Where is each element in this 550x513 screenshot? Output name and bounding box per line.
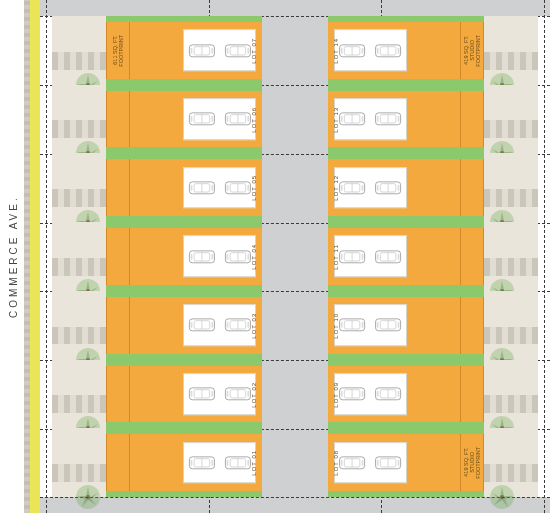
walkway xyxy=(52,189,106,207)
building-footprint: LOT 13 xyxy=(328,91,484,148)
car-icon xyxy=(187,379,217,408)
car-icon xyxy=(374,379,404,408)
driveway xyxy=(183,98,256,140)
accent-band xyxy=(30,0,40,513)
building-footprint: LOT 06 xyxy=(106,91,262,148)
footprint-label xyxy=(463,95,481,144)
walkway xyxy=(484,258,538,276)
walkway xyxy=(52,52,106,70)
building-footprint: 611 SQ. FT. FOOTPRINTLOT 07 xyxy=(106,22,262,79)
driveway xyxy=(183,442,256,484)
grid-line-h xyxy=(40,497,550,498)
car-icon xyxy=(374,173,404,202)
site-plan: COMMERCE AVE. NG OM 611 SQ. FT. FOOTPRIN… xyxy=(0,0,550,513)
plan-area: 611 SQ. FT. FOOTPRINTLOT 07LOT 06LOT 05L… xyxy=(40,0,550,513)
lot-label: LOT 05 xyxy=(248,163,260,212)
driveway xyxy=(183,373,256,415)
driveway xyxy=(183,304,256,346)
driveway xyxy=(334,373,407,415)
footprint-label xyxy=(463,232,481,281)
lot: 419 SQ. FT. STUDIO FOOTPRINTLOT 14 xyxy=(328,16,538,85)
building-footprint: LOT 02 xyxy=(106,366,262,423)
lot: LOT 04 xyxy=(52,222,262,291)
lot: LOT 12 xyxy=(328,153,538,222)
building-footprint: LOT 11 xyxy=(328,228,484,285)
walkway xyxy=(52,327,106,345)
lot: LOT 03 xyxy=(52,291,262,360)
road-center xyxy=(262,0,328,513)
footprint-label xyxy=(109,370,127,419)
car-icon xyxy=(338,448,368,477)
lot-label: LOT 03 xyxy=(248,301,260,350)
driveway xyxy=(334,304,407,346)
driveway xyxy=(334,442,407,484)
building-footprint: 419 SQ. FT. STUDIO FOOTPRINTLOT 08 xyxy=(328,434,484,491)
car-icon xyxy=(187,104,217,133)
building-footprint: LOT 05 xyxy=(106,159,262,216)
building-footprint: LOT 12 xyxy=(328,159,484,216)
driveway xyxy=(334,30,407,72)
walkway xyxy=(52,395,106,413)
lot-label: LOT 14 xyxy=(330,26,342,75)
car-icon xyxy=(374,311,404,340)
walkway xyxy=(484,120,538,138)
lot: LOT 01 xyxy=(52,428,262,497)
building-footprint: LOT 01 xyxy=(106,434,262,491)
tree-icon xyxy=(488,483,516,511)
footprint-label xyxy=(109,163,127,212)
car-icon xyxy=(187,36,217,65)
lot: LOT 09 xyxy=(328,360,538,429)
lot-label: LOT 13 xyxy=(330,95,342,144)
car-icon xyxy=(374,104,404,133)
driveway xyxy=(334,98,407,140)
lot: LOT 10 xyxy=(328,291,538,360)
building-footprint: LOT 09 xyxy=(328,366,484,423)
grid-line-v xyxy=(46,0,47,513)
car-icon xyxy=(338,311,368,340)
walkway xyxy=(52,120,106,138)
lot-label: LOT 06 xyxy=(248,95,260,144)
footprint-label xyxy=(109,438,127,487)
footprint-label xyxy=(463,370,481,419)
footprint-label: 611 SQ. FT. FOOTPRINT xyxy=(109,26,127,75)
driveway xyxy=(334,236,407,278)
lot: LOT 05 xyxy=(52,153,262,222)
block-east: 419 SQ. FT. STUDIO FOOTPRINTLOT 14LOT 13… xyxy=(328,16,538,497)
car-icon xyxy=(338,242,368,271)
car-icon xyxy=(187,311,217,340)
lot: LOT 06 xyxy=(52,85,262,154)
building-footprint: LOT 03 xyxy=(106,297,262,354)
walkway xyxy=(484,464,538,482)
car-icon xyxy=(338,104,368,133)
walkway xyxy=(52,258,106,276)
driveway xyxy=(183,236,256,278)
lot-label: LOT 07 xyxy=(248,26,260,75)
lot-label: LOT 04 xyxy=(248,232,260,281)
block-west: 611 SQ. FT. FOOTPRINTLOT 07LOT 06LOT 05L… xyxy=(52,16,262,497)
car-icon xyxy=(374,448,404,477)
building-footprint: 419 SQ. FT. STUDIO FOOTPRINTLOT 14 xyxy=(328,22,484,79)
car-icon xyxy=(187,242,217,271)
driveway xyxy=(334,167,407,209)
lot-label: LOT 09 xyxy=(330,370,342,419)
street-name: COMMERCE AVE. xyxy=(2,0,24,513)
walkway xyxy=(52,464,106,482)
lot-label: LOT 02 xyxy=(248,370,260,419)
car-icon xyxy=(338,173,368,202)
walkway xyxy=(484,395,538,413)
car-icon xyxy=(187,173,217,202)
driveway xyxy=(183,30,256,72)
lot-label: LOT 08 xyxy=(330,438,342,487)
footprint-label xyxy=(109,232,127,281)
footprint-label xyxy=(109,95,127,144)
grid-line-v xyxy=(544,0,545,513)
lot: 419 SQ. FT. STUDIO FOOTPRINTLOT 08 xyxy=(328,428,538,497)
lot-label: LOT 01 xyxy=(248,438,260,487)
footprint-label xyxy=(109,301,127,350)
car-icon xyxy=(374,242,404,271)
lot-label: LOT 12 xyxy=(330,163,342,212)
tree-icon xyxy=(74,483,102,511)
building-footprint: LOT 10 xyxy=(328,297,484,354)
car-icon xyxy=(374,36,404,65)
walkway xyxy=(484,189,538,207)
